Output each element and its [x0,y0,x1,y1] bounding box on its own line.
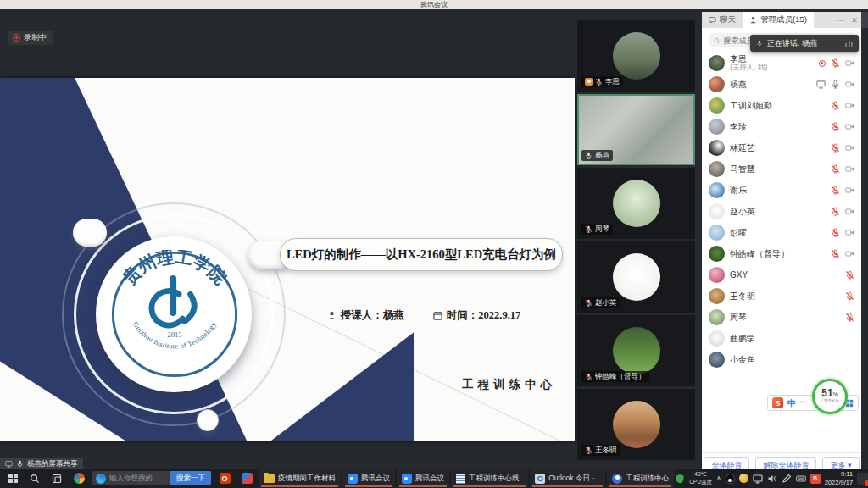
video-tile[interactable]: 赵小英 [577,241,695,313]
office-button[interactable]: O [214,469,236,488]
notification-badge-icon[interactable] [857,473,868,485]
member-row[interactable]: 李珍 [709,116,854,137]
member-mic-muted-icon[interactable] [831,164,840,174]
member-mic-muted-icon[interactable] [845,291,854,301]
member-camera-icon[interactable] [845,80,854,89]
member-camera-icon[interactable] [845,228,854,237]
member-name: 林廷艺 [730,143,755,153]
member-camera-icon[interactable] [845,143,854,152]
recording-badge[interactable]: 录制中 [8,30,53,45]
pinned-app-button[interactable] [236,469,258,488]
member-mic-muted-icon[interactable] [831,58,840,68]
pen-icon[interactable] [782,474,792,484]
tab-chat[interactable]: 聊天 [702,12,743,28]
signal-icon [845,41,853,47]
taskbar-app[interactable]: O Outlook 今日 - .. [530,469,605,487]
display-icon[interactable] [753,474,763,484]
member-mic-muted-icon[interactable] [831,186,840,195]
member-camera-icon[interactable] [845,101,854,110]
tray-clock[interactable]: 9:11 2022/9/17 [825,470,853,487]
search-icon [30,474,40,484]
presenter-label: 授课人：杨燕 [341,308,404,323]
cpu-temp[interactable]: 43℃ CPU温度 [689,471,712,485]
taskbar-search-button[interactable] [24,469,46,488]
sogou-tray-icon[interactable]: S [810,474,821,484]
tab-members[interactable]: 管理成员(15) [743,12,814,28]
taskbar-app[interactable]: 工程训练中心 [607,469,674,487]
tray-expand-caret[interactable]: ∧ [716,474,721,482]
cpu-gauge[interactable]: 51% ↓115K/s [812,379,848,414]
coin-icon[interactable] [739,474,748,483]
panel-close-button[interactable]: ✕ [848,12,861,28]
member-row[interactable]: 马智慧 [709,158,854,180]
member-mic-muted-icon[interactable] [831,249,840,258]
slide-navy-corner [270,332,415,441]
web-search-button[interactable]: 搜索一下 [170,471,211,485]
taskbar-app[interactable]: 腾讯会议 [342,469,395,487]
task-view-icon [52,474,62,484]
presenter-item: 授课人：杨燕 [327,308,404,323]
member-mic-muted-icon[interactable] [831,143,840,152]
taskbar-web-search[interactable]: 输入你想搜的 搜索一下 [92,471,211,485]
taskbar-app[interactable]: 工程训练中心线.. [451,469,528,487]
member-mic-on-icon[interactable] [831,80,840,89]
clock-time: 9:11 [825,470,853,479]
member-camera-icon[interactable] [845,207,854,216]
mic-muted-icon [595,78,603,86]
member-camera-icon[interactable] [845,186,854,195]
member-row[interactable]: GXY [709,264,854,286]
task-view-button[interactable] [46,469,68,488]
taskbar: 输入你想搜的 搜索一下 O 疫情期间工作材料 [0,469,868,488]
screen-share-badge[interactable]: 杨燕的屏幕共享 [0,458,83,469]
video-tile[interactable]: 周琴 [577,168,695,239]
member-row[interactable]: 赵小英 [709,201,854,222]
member-row[interactable]: 小金鱼 [709,349,854,370]
taskbar-app[interactable]: 腾讯会议 [397,469,449,487]
shield-icon[interactable] [675,474,685,484]
member-row[interactable]: 彭曜 [709,222,854,243]
seal-year: 2013 [168,330,182,339]
video-tile[interactable]: 杨燕 [577,94,695,165]
member-mic-muted-icon[interactable] [831,228,840,237]
member-camera-icon[interactable] [845,249,854,258]
member-avatar [709,225,725,241]
member-row[interactable]: 钟皓峰（督导） [709,243,854,264]
meeting-app-icon [348,474,358,484]
member-camera-icon[interactable] [845,58,854,68]
member-name: 彭曜 [730,228,747,238]
member-mic-muted-icon[interactable] [831,122,840,131]
member-row[interactable]: 杨燕 [709,74,854,95]
keyboard-icon[interactable] [796,474,806,484]
member-row[interactable]: 周琴 [709,307,854,328]
video-tile[interactable]: 李恩 [577,20,695,92]
member-camera-icon[interactable] [845,122,854,131]
panel-more-button[interactable]: ··· [834,12,848,28]
member-role: (主持人, 我) [730,64,767,72]
member-mic-muted-icon[interactable] [845,270,854,280]
video-tile[interactable]: 王冬明 [577,389,695,460]
member-mic-muted-icon[interactable] [831,101,840,110]
member-row[interactable]: 曲鹏学 [709,328,854,349]
sogou-icon[interactable]: S [772,397,783,408]
start-button[interactable] [2,469,24,488]
member-avatar [709,352,725,368]
slide-decor-circle-bottom [197,409,219,431]
qq-icon[interactable] [726,474,735,484]
browser-360-button[interactable] [68,469,90,488]
member-row[interactable]: 王冬明 [709,286,854,307]
member-mic-muted-icon[interactable] [845,313,854,322]
member-mic-muted-icon[interactable] [831,207,840,216]
member-row[interactable]: 工训刘姐勤 [709,95,854,116]
ime-mode-toggle[interactable]: 中 [787,397,796,409]
calendar-icon [433,311,442,320]
host-badge-icon [585,78,593,86]
video-tile[interactable]: 钟皓峰（督导） [577,315,695,386]
meeting-app-icon [402,474,412,484]
member-row[interactable]: 谢乐 [709,180,854,201]
running-indicator [399,485,447,487]
member-row[interactable]: 李恩 (主持人, 我) [709,53,854,74]
volume-icon[interactable] [767,474,777,484]
member-camera-icon[interactable] [845,164,854,174]
member-row[interactable]: 林廷艺 [709,137,854,158]
taskbar-app[interactable]: 疫情期间工作材料 [259,469,341,487]
